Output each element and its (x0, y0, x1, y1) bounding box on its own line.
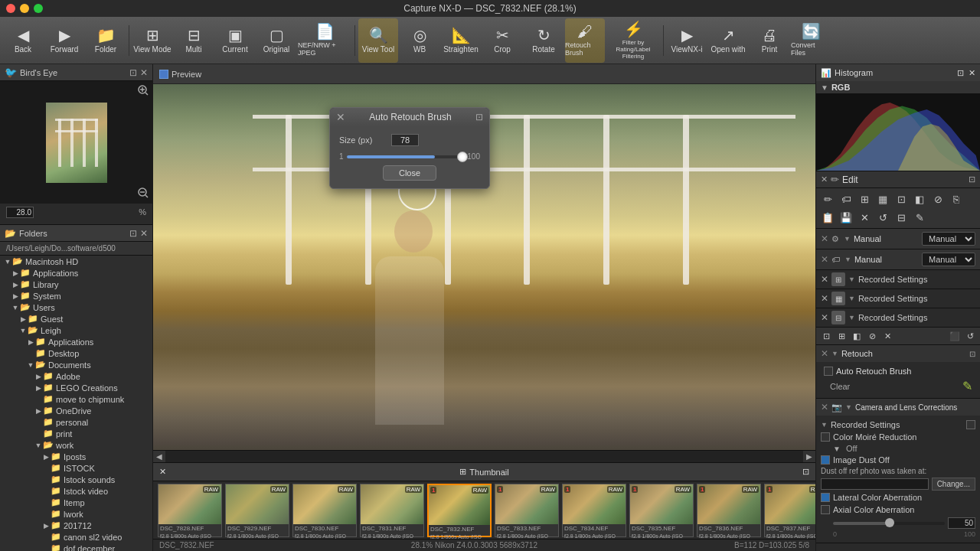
thumbnail-expand-icon[interactable]: ⊡ (802, 467, 809, 477)
view-mode-button[interactable]: ⊞ View Mode (132, 18, 172, 63)
folder-tree-item-apps[interactable]: ▶📁Applications (0, 267, 152, 279)
edit-tb-btn-e[interactable]: ✕ (880, 329, 894, 343)
edit-tool-pencil[interactable]: ✏ (819, 191, 836, 207)
edit-tool-copy[interactable]: ⎘ (948, 191, 965, 207)
retouch-section-close[interactable]: ✕ (821, 348, 828, 359)
change-button[interactable]: Change... (932, 478, 975, 491)
recorded3-close[interactable]: ✕ (821, 312, 828, 323)
edit-tool-6[interactable]: ✎ (911, 209, 928, 226)
print-button[interactable]: 🖨 Print (750, 18, 789, 63)
edit-section-manual2-header[interactable]: ✕ 🏷 ▼ Manual Manual (816, 249, 980, 269)
axial-color-checkbox[interactable] (821, 505, 830, 514)
edit-panel-close-btn[interactable]: ✕ (821, 174, 828, 184)
retouch-dialog-expand-btn[interactable]: ⊡ (475, 112, 483, 122)
folder-tree-item-lego[interactable]: ▶📁LEGO Creations (0, 382, 152, 393)
scroll-left-btn[interactable]: ◀ (153, 451, 165, 463)
edit-tool-delete[interactable]: ✕ (856, 209, 873, 226)
zoom-in-btn[interactable] (137, 84, 149, 98)
retouch-close-button[interactable]: Close (383, 165, 436, 181)
rotate-button[interactable]: ↻ Rotate (524, 18, 564, 63)
folder-tree-item-istock[interactable]: 📁ISTOCK (0, 462, 152, 474)
current-button[interactable]: ▣ Current (215, 18, 255, 63)
image-canvas-area[interactable]: ✕ Auto Retouch Brush ⊡ Size (px) 1 (153, 84, 815, 462)
size-slider-track[interactable] (347, 155, 465, 158)
size-input[interactable] (391, 134, 419, 146)
edit-tb-btn-a[interactable]: ⊡ (819, 329, 833, 343)
bird-eye-close-btn[interactable]: ✕ (140, 67, 148, 78)
edit-tb-btn-g[interactable]: ↺ (963, 329, 977, 343)
edit-tool-5[interactable]: ⊟ (893, 209, 910, 226)
convert-files-button[interactable]: 🔄 Convert Files (791, 18, 831, 63)
nef-jpeg-button[interactable]: 📄 NEF/NRW + JPEG (298, 18, 351, 63)
edit-tool-reset[interactable]: ↺ (874, 209, 891, 226)
folder-tree-item-itemp[interactable]: 📁Itemp (0, 497, 152, 508)
straighten-button[interactable]: 📐 Straighten (441, 18, 481, 63)
crop-button[interactable]: ✂ Crop (482, 18, 522, 63)
axial-slider-track[interactable] (833, 522, 945, 525)
recorded1-close[interactable]: ✕ (821, 274, 828, 285)
folder-tree-item-istock-v[interactable]: 📁Istock video (0, 485, 152, 497)
axial-slider-thumb[interactable] (885, 518, 894, 527)
edit-panel-expand-btn[interactable]: ⊡ (969, 174, 975, 184)
size-slider-thumb[interactable] (457, 152, 468, 162)
section-manual1-close[interactable]: ✕ (821, 233, 828, 244)
maximize-window-btn[interactable] (34, 4, 43, 13)
folder-tree-item-leigh-apps[interactable]: ▶📁Applications (0, 336, 152, 347)
histogram-collapse-icon[interactable]: ▼ (821, 83, 828, 92)
thumbnail-expand[interactable]: ⊡ (802, 467, 809, 477)
section-manual2-dropdown[interactable]: Manual (922, 253, 975, 266)
edit-section-manual1-header[interactable]: ✕ ⚙ ▼ Manual Manual (816, 229, 980, 249)
thumbnail-scroll[interactable]: RAWDSC_7828.NEFf2.8 1/800s Auto (ISO 100… (153, 481, 815, 539)
wb-button[interactable]: ◎ WB (400, 18, 439, 63)
section-manual2-close[interactable]: ✕ (821, 254, 828, 265)
camera-lens-close[interactable]: ✕ (821, 402, 828, 412)
thumbnail-item-8[interactable]: RAW1DSC_7836.NEFf2.8 1/800s Auto (ISO 10… (697, 484, 761, 537)
preview-checkbox[interactable] (159, 70, 168, 79)
folder-tree-item-canon-sl2[interactable]: 📁canon sl2 video (0, 531, 152, 543)
folder-tree-item-y201712[interactable]: ▶📁201712 (0, 520, 152, 531)
horizontal-scrollbar[interactable]: ◀ ▶ (153, 450, 815, 462)
original-button[interactable]: ▢ Original (256, 18, 296, 63)
folder-tree-item-adobe[interactable]: ▶📁Adobe (0, 370, 152, 382)
thumbnail-item-7[interactable]: RAW1DSC_7835.NEFf2.8 1/800s Auto (ISO 10… (629, 484, 694, 537)
thumbnail-item-5[interactable]: RAW1DSC_7833.NEFf2.8 1/800s Auto (ISO 10… (495, 484, 559, 537)
zoom-value-input[interactable]: 28.0 (6, 207, 34, 218)
edit-tb-btn-d[interactable]: ⊘ (865, 329, 879, 343)
scroll-track[interactable] (165, 451, 803, 462)
recorded-settings-row-2[interactable]: ✕ ▦ ▼ Recorded Settings (816, 289, 980, 308)
filter-rating-button[interactable]: ⚡ Filter by Rating/Label Filtering (606, 18, 660, 63)
lateral-color-checkbox[interactable] (821, 493, 830, 502)
edit-tool-save[interactable]: 💾 (838, 209, 854, 226)
dust-ref-input[interactable] (821, 478, 929, 490)
folder-tree-item-guest[interactable]: ▶📁Guest (0, 313, 152, 324)
edit-tool-3[interactable]: ⊘ (929, 191, 946, 207)
folders-close-btn[interactable]: ✕ (140, 228, 148, 239)
folder-tree-item-system[interactable]: ▶📁System (0, 290, 152, 302)
folder-tree-item-mac-hd[interactable]: ▼📂Macintosh HD (0, 256, 152, 267)
edit-tool-paste[interactable]: 📋 (819, 209, 836, 226)
clear-button[interactable]: Clear (824, 380, 856, 393)
folder-tree-item-lwork[interactable]: 📁lwork (0, 508, 152, 520)
folder-tree-item-documents[interactable]: ▼📂Documents (0, 359, 152, 370)
recorded-settings-row-1[interactable]: ✕ ⊞ ▼ Recorded Settings (816, 270, 980, 289)
recorded2-close[interactable]: ✕ (821, 293, 828, 304)
edit-tool-1[interactable]: ⊡ (893, 191, 910, 207)
thumbnail-item-1[interactable]: RAWDSC_7829.NEFf2.8 1/800s Auto (ISO 100… (225, 484, 289, 537)
histogram-expand-btn[interactable]: ⊡ (957, 68, 964, 78)
edit-tb-btn-b[interactable]: ⊞ (835, 329, 848, 343)
edit-tool-layers[interactable]: ⊞ (856, 191, 873, 207)
viewnx-button[interactable]: ▶ ViewNX-i (667, 18, 707, 63)
auto-retouch-checkbox[interactable] (824, 367, 833, 376)
histogram-close-btn[interactable]: ✕ (969, 68, 975, 78)
recorded-settings-row-3[interactable]: ✕ ⊟ ▼ Recorded Settings (816, 308, 980, 327)
edit-tb-btn-c[interactable]: ◧ (850, 329, 864, 343)
thumbnail-item-6[interactable]: RAW1DSC_7834.NEFf2.8 1/800s Auto (ISO 10… (562, 484, 626, 537)
close-window-btn[interactable] (6, 4, 15, 13)
folder-tree-item-personal[interactable]: 📁personal (0, 416, 152, 428)
forward-button[interactable]: ▶ Forward (44, 18, 84, 63)
thumbnail-item-3[interactable]: RAWDSC_7831.NEFf2.8 1/800s Auto (ISO 100… (360, 484, 424, 537)
edit-tb-btn-f[interactable]: ⬛ (948, 329, 962, 343)
edit-tool-2[interactable]: ◧ (911, 191, 928, 207)
folder-tree-item-print[interactable]: 📁print (0, 428, 152, 439)
folder-tree-item-desktop[interactable]: 📁Desktop (0, 347, 152, 359)
